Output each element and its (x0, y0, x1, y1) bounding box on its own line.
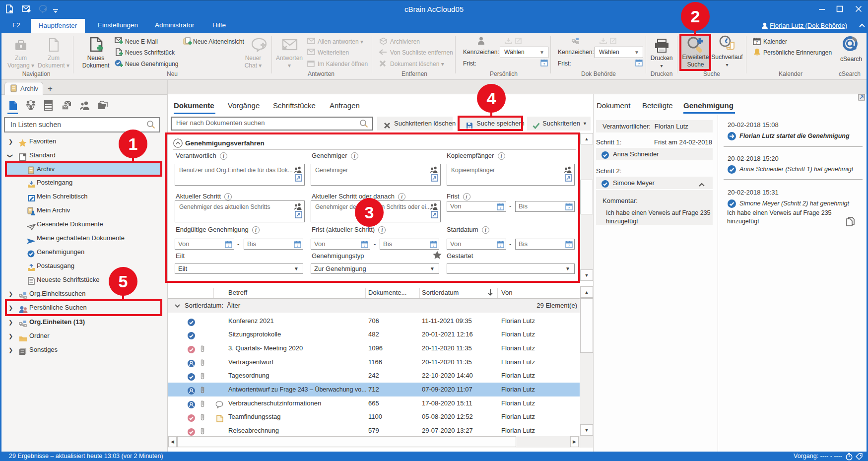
svg-text:7: 7 (638, 63, 640, 66)
svg-text:7: 7 (543, 63, 545, 66)
svg-text:7: 7 (756, 40, 758, 45)
